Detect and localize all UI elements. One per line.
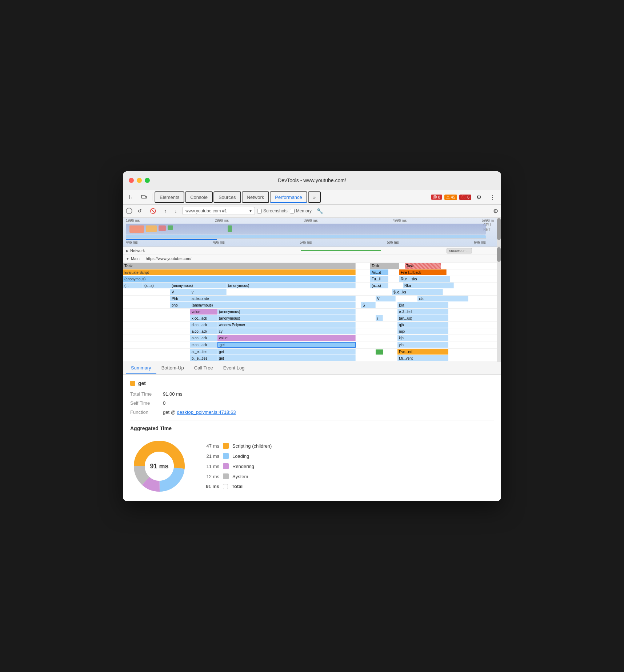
timeline-overview[interactable]: 1996 ms 2996 ms 3996 ms 4996 ms 5996 m C… — [123, 218, 501, 247]
window-title: DevTools - www.youtube.com/ — [278, 177, 346, 183]
yib-cell[interactable]: yib — [397, 342, 448, 348]
aco-ack-2-cell[interactable]: a.co...ack — [190, 335, 217, 341]
summary-panel: get Total Time 91.00 ms Self Time 0 Func… — [123, 375, 501, 501]
ae-ties-cell[interactable]: a._e...ties — [190, 349, 217, 355]
get-cell-selected[interactable]: get — [217, 342, 356, 348]
tab-event-log[interactable]: Event Log — [218, 362, 250, 374]
task-cell-1[interactable]: Task — [123, 263, 356, 269]
anonymous-2-cell[interactable]: (anonymous) — [170, 283, 227, 288]
xla-cell[interactable]: xla — [417, 296, 468, 301]
a-s-cell[interactable]: (a...s) — [143, 283, 170, 288]
settings-button[interactable]: ⚙ — [473, 192, 484, 202]
ej-led-cell[interactable]: e.J...led — [397, 309, 448, 315]
timeline-scrollbar[interactable] — [497, 218, 501, 247]
phb-lower-cell[interactable]: phb — [170, 302, 190, 308]
flame-row-phb: Phb a.decorate V xla — [123, 296, 501, 302]
anonymous-6-cell[interactable]: (anonymous) — [217, 315, 356, 321]
anonymous-cell[interactable]: (anonymous) — [123, 276, 356, 282]
tab-network[interactable]: Network — [242, 191, 269, 203]
task-cell-2[interactable]: Task — [370, 263, 399, 269]
donut-label: 91 ms — [150, 462, 168, 470]
ffi-vent-cell[interactable]: f.fi...vent — [397, 355, 448, 361]
tab-console[interactable]: Console — [185, 191, 213, 203]
be-ties-cell[interactable]: b._e...ties — [190, 355, 217, 361]
tab-elements[interactable]: Elements — [155, 191, 184, 203]
refresh-button[interactable]: ↺ — [135, 207, 145, 215]
evaluate-script-cell[interactable]: Evaluate Script — [123, 269, 356, 275]
record-button[interactable] — [126, 208, 132, 214]
tab-sources[interactable]: Sources — [213, 191, 241, 203]
clear-button[interactable]: 🚫 — [147, 207, 159, 215]
function-row: Function get @ desktop_polymer.js:4718:6… — [130, 409, 494, 415]
scrollbar-thumb[interactable] — [497, 218, 501, 240]
value-cell[interactable]: value — [190, 309, 217, 315]
flame-row-eco: e.co...ack get yib — [123, 341, 501, 349]
tab-call-tree[interactable]: Call Tree — [189, 362, 218, 374]
cy-cell[interactable]: cy — [217, 328, 356, 334]
upload-button[interactable]: ↑ — [161, 207, 169, 215]
memory-checkbox[interactable] — [290, 209, 295, 213]
bottom-tabs-bar: Summary Bottom-Up Call Tree Event Log — [123, 362, 501, 375]
anonymous-4-cell[interactable]: (anonymous) — [190, 302, 356, 308]
bottom-panel: Summary Bottom-Up Call Tree Event Log ge… — [123, 362, 501, 501]
bla-cell[interactable]: Bla — [397, 302, 448, 308]
anon-1-cell[interactable]: (... — [123, 283, 143, 288]
get-2-cell[interactable]: get — [217, 349, 356, 355]
flame-row-value: value (anonymous) e.J...led — [123, 309, 501, 315]
more-options-button[interactable]: ⋮ — [487, 192, 498, 202]
s-cell[interactable]: S — [361, 302, 376, 308]
minimize-button[interactable] — [137, 178, 142, 183]
a-s-2-cell[interactable]: (a...s) — [370, 283, 388, 288]
maximize-button[interactable] — [145, 178, 150, 183]
window-polymer-cell[interactable]: window.Polymer — [217, 322, 356, 328]
tab-performance[interactable]: Performance — [270, 191, 307, 203]
phb-upper-cell[interactable]: Phb — [170, 296, 190, 301]
kjb-cell[interactable]: kjb — [397, 335, 448, 341]
task-cell-3[interactable]: Task — [405, 263, 441, 269]
svg-rect-5 — [145, 196, 147, 198]
url-selector[interactable]: www.youtube.com #1 ▾ — [182, 207, 255, 215]
tab-bottom-up[interactable]: Bottom-Up — [156, 362, 189, 374]
get-3-cell[interactable]: get — [217, 355, 356, 361]
eve-ed-cell[interactable]: Eve...ed — [397, 349, 448, 355]
mjb-cell[interactable]: mjb — [397, 328, 448, 334]
sie-ks-cell[interactable]: $i.e...ks_ — [392, 289, 443, 295]
fire-callback-cell[interactable]: Fire l...llback — [399, 269, 447, 275]
flame-row-dco: d.co...ack window.Polymer qjb — [123, 322, 501, 328]
download-button[interactable]: ↓ — [172, 207, 180, 215]
v-3-cell[interactable]: V — [376, 296, 396, 301]
rka-cell[interactable]: Rka — [403, 283, 454, 288]
network-success-badge: success.m... — [447, 248, 472, 253]
aco-ack-cell[interactable]: a.co...ack — [190, 328, 217, 334]
total-checkbox[interactable] — [223, 484, 228, 489]
full-cell[interactable]: Fu...ll — [370, 276, 388, 282]
screenshots-checkbox[interactable] — [257, 209, 262, 213]
anonymous-5-cell[interactable]: (anonymous) — [217, 309, 356, 315]
memory-checkbox-group: Memory — [290, 208, 312, 213]
eco-ack-cell[interactable]: e.co...ack — [190, 342, 217, 348]
filter-button[interactable]: 🔧 — [314, 207, 326, 215]
tab-more[interactable]: » — [308, 191, 321, 203]
perf-settings-button[interactable]: ⚙ — [493, 208, 498, 215]
inspect-element-button[interactable] — [126, 193, 137, 201]
devtools-window: DevTools - www.youtube.com/ Elements Con… — [123, 171, 501, 501]
v-upper-cell[interactable]: V — [170, 289, 190, 295]
function-link[interactable]: desktop_polymer.js:4718:63 — [177, 409, 236, 415]
anonymous-3-cell[interactable]: (anonymous) — [227, 283, 356, 288]
qjb-cell[interactable]: qjb — [397, 322, 448, 328]
flamechart-scrollbar-thumb[interactable] — [497, 247, 501, 262]
and-cell[interactable]: An...d — [370, 269, 388, 275]
flamechart-scrollbar[interactable] — [497, 247, 501, 362]
v-lower-cell[interactable]: v — [190, 289, 227, 295]
j-cell[interactable]: j... — [376, 315, 383, 321]
tab-summary[interactable]: Summary — [126, 362, 156, 374]
value-2-cell[interactable]: value — [217, 335, 356, 341]
devtools-toolbar: Elements Console Sources Network Perform… — [123, 190, 501, 205]
a-decorate-cell[interactable]: a.decorate — [190, 296, 356, 301]
responsive-design-button[interactable] — [138, 193, 150, 201]
dco-ack-cell[interactable]: d.co...ack — [190, 322, 217, 328]
run-tasks-cell[interactable]: Run ...sks — [399, 276, 450, 282]
xco-ack-cell[interactable]: x.co...ack — [190, 315, 217, 321]
close-button[interactable] — [129, 178, 134, 183]
an-us-cell[interactable]: (an...us) — [397, 315, 448, 321]
